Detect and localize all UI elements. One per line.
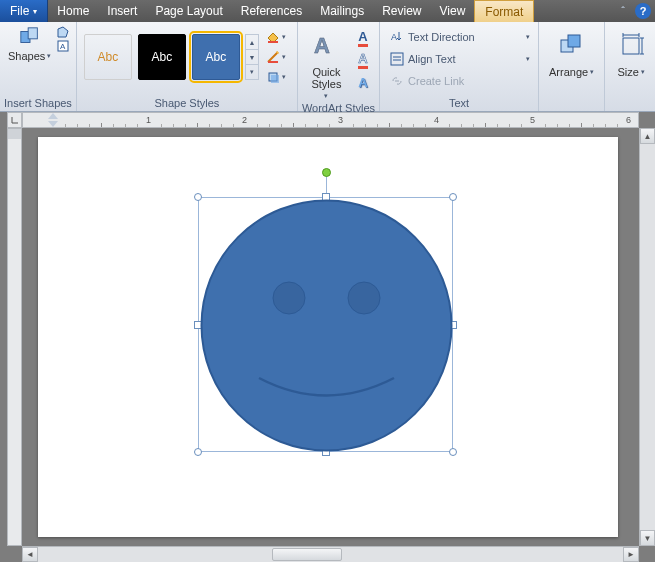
text-box-icon[interactable]: A [57,40,69,52]
label: Quick Styles [308,66,345,90]
label: Text Direction [408,31,475,43]
text-effects-button[interactable]: A [353,72,373,92]
style-swatch-3-selected[interactable]: Abc [192,34,240,80]
dropdown-icon: ▾ [526,55,530,63]
group-label: Text [384,95,534,111]
ribbon: Shapes▾ A Insert Shapes Abc Abc Abc ▲ ▼ … [0,22,655,112]
text-outline-icon: A [358,51,367,69]
text-direction-button[interactable]: A Text Direction ▾ [388,26,530,48]
style-swatch-2[interactable]: Abc [138,34,186,80]
tab-label: References [241,4,302,18]
shapes-icon [19,26,41,48]
gallery-up-icon[interactable]: ▲ [246,35,258,50]
arrange-button[interactable]: Arrange▾ [543,24,600,78]
dropdown-icon: ▾ [47,52,51,60]
horizontal-ruler[interactable]: 123456 [22,112,639,128]
tab-label: View [440,4,466,18]
tab-view[interactable]: View [431,0,475,22]
group-label: Shape Styles [81,95,293,111]
svg-text:A: A [60,42,66,51]
vertical-scrollbar[interactable]: ▲ ▼ [639,128,655,546]
link-icon [390,74,404,88]
tab-review[interactable]: Review [373,0,430,22]
align-text-button[interactable]: Align Text ▾ [388,48,530,70]
tab-label: Review [382,4,421,18]
tab-label: Page Layout [155,4,222,18]
dropdown-icon: ▾ [282,73,286,81]
group-text: A Text Direction ▾ Align Text ▾ Create L… [380,22,539,111]
file-tab-label: File [10,4,29,18]
rotation-handle[interactable] [322,168,331,177]
tab-strip: File ▾ Home Insert Page Layout Reference… [0,0,655,22]
svg-marker-2 [58,27,68,37]
svg-rect-6 [268,61,278,63]
scroll-up-button[interactable]: ▲ [640,128,655,144]
help-icon[interactable]: ? [635,3,651,19]
scroll-track[interactable] [38,547,623,562]
text-outline-button[interactable]: A [353,50,373,70]
text-direction-icon: A [390,30,404,44]
dropdown-icon: ▾ [282,53,286,61]
tab-stop-icon [10,115,20,125]
svg-rect-11 [391,53,403,65]
svg-point-18 [273,282,305,314]
minimize-ribbon-icon[interactable]: ˆ [615,3,631,19]
dropdown-icon: ▾ [324,92,328,100]
outline-icon [266,50,280,64]
group-label [609,95,653,111]
style-swatch-1[interactable]: Abc [84,34,132,80]
gallery-more-icon[interactable]: ▾ [246,65,258,79]
workspace: 123456 [0,112,655,562]
size-icon [617,32,645,60]
group-label: Insert Shapes [4,95,72,111]
tab-mailings[interactable]: Mailings [311,0,373,22]
edit-shape-icon[interactable] [57,26,69,38]
effects-icon [266,70,280,84]
svg-text:A: A [314,33,330,58]
tab-home[interactable]: Home [48,0,98,22]
ruler-corner[interactable] [7,112,22,128]
label: Create Link [408,75,464,87]
group-label [543,95,600,111]
vertical-ruler[interactable] [7,128,22,546]
scroll-right-button[interactable]: ► [623,547,639,562]
file-tab-dropdown-icon: ▾ [33,7,37,16]
shapes-gallery-button[interactable]: Shapes▾ [4,24,55,62]
horizontal-scrollbar[interactable]: ◄ ► [22,546,639,562]
tab-format-context[interactable]: Format [474,0,534,22]
shape-effects-button[interactable]: ▾ [261,68,291,86]
svg-rect-1 [28,28,37,39]
tab-references[interactable]: References [232,0,311,22]
label: Arrange [549,66,588,78]
size-button[interactable]: Size▾ [609,24,653,78]
scroll-down-button[interactable]: ▼ [640,530,655,546]
shape-fill-button[interactable]: ▾ [261,28,291,46]
dropdown-icon: ▾ [590,68,594,76]
create-link-button: Create Link [388,70,530,92]
svg-text:A: A [391,32,397,42]
label: Size [617,66,638,78]
tab-page-layout[interactable]: Page Layout [146,0,231,22]
text-fill-button[interactable]: A [353,28,373,48]
fill-icon [266,30,280,44]
group-insert-shapes: Shapes▾ A Insert Shapes [0,22,77,111]
dropdown-icon: ▾ [641,68,645,76]
gallery-scroll: ▲ ▼ ▾ [245,34,259,80]
svg-rect-5 [268,41,278,43]
label: Align Text [408,53,456,65]
quick-styles-button[interactable]: A Quick Styles▾ [302,24,351,100]
dropdown-icon: ▾ [282,33,286,41]
scroll-thumb[interactable] [272,548,342,561]
selection-box[interactable] [198,197,453,452]
smiley-face-shape[interactable] [199,198,454,453]
svg-rect-16 [623,38,639,54]
tab-label: Mailings [320,4,364,18]
file-tab[interactable]: File ▾ [0,0,48,22]
tab-insert[interactable]: Insert [98,0,146,22]
gallery-down-icon[interactable]: ▼ [246,50,258,65]
scroll-left-button[interactable]: ◄ [22,547,38,562]
document-area[interactable] [23,129,639,546]
shape-outline-button[interactable]: ▾ [261,48,291,66]
page [38,137,618,537]
tab-label: Home [57,4,89,18]
